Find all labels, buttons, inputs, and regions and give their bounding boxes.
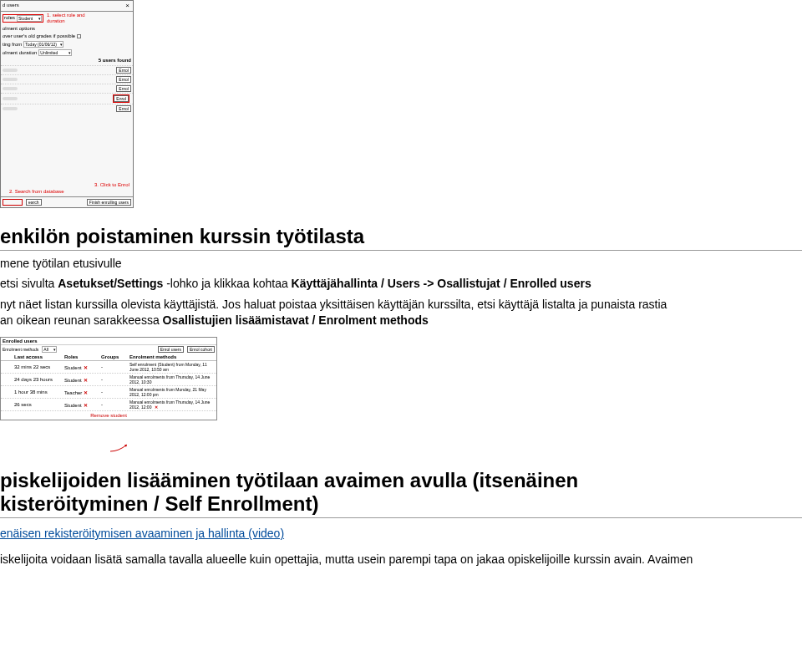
starting-from-label: ting from (3, 42, 22, 48)
roles-dropdown[interactable]: Student (17, 15, 42, 22)
users-found-label: 5 users found (99, 58, 131, 64)
enrol-button[interactable]: Enrol (116, 67, 131, 74)
enrol-cohort-button[interactable]: Enrol cohort (187, 346, 215, 353)
search-input[interactable] (3, 199, 23, 206)
search-button[interactable]: earch (26, 199, 42, 206)
instruction-step: nyt näet listan kurssilla olevista käytt… (0, 297, 802, 328)
roles-selector[interactable]: roles Student (3, 14, 43, 23)
table-row: 24 days 23 hoursStudent✕-Manual enrolmen… (1, 374, 216, 386)
instruction-step: mene työtilan etusivulle (0, 256, 802, 272)
dialog-title: d users (3, 3, 19, 8)
annotation-2: 2. Search from database (9, 189, 64, 195)
user-row: Enrol (1, 93, 133, 104)
section-heading-self-enrol: piskelijoiden lisääminen työtilaan avaim… (0, 469, 802, 518)
remove-role-icon[interactable]: ✕ (84, 390, 88, 395)
user-row: Enrol (1, 84, 133, 93)
annotation-3: 3. Click to Enrol (94, 182, 129, 188)
video-link[interactable]: enäisen rekisteröitymisen avaaminen ja h… (0, 527, 284, 540)
enrol-button[interactable]: Enrol (114, 95, 129, 102)
enrol-dialog: d users × roles Student 1. select role a… (0, 0, 134, 208)
remove-role-icon[interactable]: ✕ (84, 378, 88, 383)
enrolled-users-panel: Enrolled users Enrolment methods All Enr… (0, 337, 217, 420)
annotation-1: 1. select role and duration (47, 13, 97, 24)
starting-from-dropdown[interactable]: Today (01/06/12) (23, 41, 63, 48)
remove-student-label: Remove student (1, 411, 216, 420)
roles-label: roles (4, 15, 15, 21)
table-row: 1 hour 38 minsTeacher✕-Manual enrolments… (1, 386, 216, 399)
table-header: Last access Roles Groups Enrolment metho… (1, 354, 216, 361)
methods-filter-dropdown[interactable]: All (42, 346, 57, 353)
enrol-button[interactable]: Enrol (116, 105, 131, 112)
table-row: 32 mins 22 secsStudent✕-Self enrolment (… (1, 361, 216, 374)
finish-enrolling-button[interactable]: Finish enrolling users (87, 199, 131, 206)
user-row: Enrol (1, 104, 133, 113)
enrol-button[interactable]: Enrol (116, 76, 131, 83)
enrol-users-button[interactable]: Enrol users (158, 346, 184, 353)
recover-grades-checkbox[interactable] (77, 34, 81, 38)
table-row: 26 secsStudent✕-Manual enrolments from T… (1, 399, 216, 411)
user-row: Enrol (1, 65, 133, 74)
remove-role-icon[interactable]: ✕ (84, 365, 88, 370)
dialog-header: d users × (1, 1, 133, 12)
remove-role-icon[interactable]: ✕ (84, 403, 88, 408)
section-heading-remove-user: enkilön poistaminen kurssin työtilasta (0, 225, 802, 251)
duration-dropdown[interactable]: Unlimited (38, 49, 72, 56)
body-paragraph: iskelijoita voidaan lisätä samalla taval… (0, 552, 802, 568)
recover-grades-label: over user's old grades if possible (3, 33, 75, 39)
unenrol-icon[interactable]: ✕ (155, 405, 158, 410)
user-row: Enrol (1, 74, 133, 84)
methods-filter-label: Enrolment methods (3, 347, 38, 352)
instruction-step: etsi sivulta Asetukset/Settings -lohko j… (0, 276, 802, 292)
enrol-button[interactable]: Enrol (116, 85, 131, 92)
enrolment-options-header[interactable]: olment options (1, 25, 133, 33)
duration-label: olment duration (3, 50, 37, 56)
panel-title: Enrolled users (3, 339, 38, 344)
arrow-icon (109, 442, 134, 452)
close-icon[interactable]: × (124, 2, 131, 10)
